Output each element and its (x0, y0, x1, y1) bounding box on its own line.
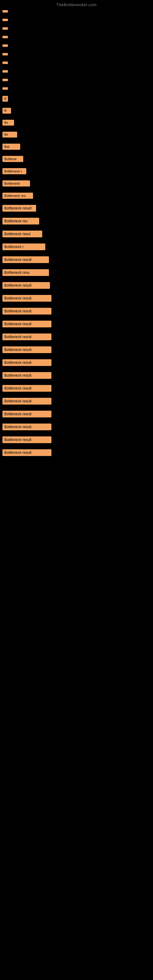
list-item (0, 41, 153, 50)
list-item (0, 59, 153, 67)
list-item: Bottleneck result (0, 292, 153, 305)
list-item: Bottleneck result (0, 369, 153, 382)
list-item (0, 7, 153, 16)
bottleneck-badge (2, 79, 8, 81)
bottleneck-badge: Bottleneck result (2, 256, 49, 263)
bottleneck-badge: Bo (2, 132, 17, 137)
list-item: Bottleneck result (0, 356, 153, 369)
list-item: Bottleneck result (0, 279, 153, 292)
bottleneck-badge: B (2, 108, 11, 114)
bottleneck-badge (2, 36, 8, 38)
list-item: Bottleneck result (0, 305, 153, 318)
list-item (0, 76, 153, 84)
bottleneck-badge (2, 70, 8, 73)
bottleneck-badge: Bottleneck result (2, 398, 51, 404)
list-item: Bottleneck result (0, 420, 153, 433)
list-item (0, 67, 153, 76)
list-item: Bo (0, 117, 153, 129)
list-item: Bottleneck res (0, 189, 153, 202)
bottleneck-badge: Bottleneck resul (2, 231, 42, 237)
list-item (0, 24, 153, 33)
list-item (0, 16, 153, 24)
bottleneck-badge (2, 62, 8, 64)
bottleneck-badge: Bottleneck result (2, 308, 51, 315)
list-item (0, 84, 153, 93)
list-item: Bottleneck resul (0, 228, 153, 240)
list-item: Bottleneck result (0, 382, 153, 395)
list-item: Bo (0, 129, 153, 140)
list-item: Bottleneck res (0, 215, 153, 228)
list-item: B (0, 93, 153, 105)
bottleneck-badge: Bottleneck result (2, 346, 51, 353)
bottleneck-badge: Bottleneck result (2, 423, 51, 430)
bottleneck-badge: Bot (2, 144, 20, 150)
bottleneck-badge (2, 45, 8, 47)
list-item: Bottlene (0, 153, 153, 165)
items-container: BBBoBoBotBottleneBottleneck rBottleneckB… (0, 7, 153, 459)
list-item: Bottleneck result (0, 331, 153, 343)
bottleneck-badge: Bottleneck res (2, 192, 33, 199)
bottleneck-badge: Bottleneck result (2, 334, 51, 340)
list-item: Bottleneck r (0, 240, 153, 253)
bottleneck-badge (2, 19, 8, 21)
list-item: Bottleneck result (0, 446, 153, 459)
list-item: Bottleneck result (0, 343, 153, 356)
bottleneck-badge: Bottleneck res (2, 218, 39, 224)
list-item: Bottleneck result (0, 433, 153, 446)
list-item: B (0, 105, 153, 117)
bottleneck-badge: Bottleneck result (2, 385, 51, 392)
site-title-container: TheBottlenecker.com (0, 0, 153, 7)
list-item: Bottleneck result (0, 202, 153, 215)
bottleneck-badge: Bottleneck result (2, 282, 50, 289)
list-item: Bottleneck result (0, 407, 153, 420)
list-item: Bottleneck resu (0, 266, 153, 279)
list-item (0, 33, 153, 41)
list-item (0, 50, 153, 59)
bottleneck-badge (2, 27, 8, 30)
bottleneck-badge (2, 87, 8, 90)
bottleneck-badge: Bottlene (2, 156, 23, 162)
list-item: Bottleneck r (0, 165, 153, 177)
bottleneck-badge: Bottleneck result (2, 205, 36, 212)
bottleneck-badge (2, 53, 8, 56)
bottleneck-badge: Bottleneck r (2, 243, 45, 250)
bottleneck-badge: B (2, 96, 8, 102)
bottleneck-badge: Bottleneck result (2, 372, 51, 379)
bottleneck-badge: Bottleneck result (2, 436, 51, 443)
bottleneck-badge: Bo (2, 120, 14, 126)
bottleneck-badge: Bottleneck resu (2, 269, 49, 276)
list-item: Bot (0, 140, 153, 153)
list-item: Bottleneck result (0, 253, 153, 266)
bottleneck-badge: Bottleneck result (2, 359, 51, 366)
bottleneck-badge: Bottleneck (2, 180, 30, 186)
bottleneck-badge: Bottleneck result (2, 449, 51, 456)
bottleneck-badge: Bottleneck result (2, 295, 51, 302)
list-item: Bottleneck result (0, 395, 153, 407)
site-title: TheBottlenecker.com (0, 0, 153, 7)
bottleneck-badge: Bottleneck result (2, 321, 51, 328)
list-item: Bottleneck (0, 177, 153, 189)
bottleneck-badge: Bottleneck r (2, 168, 26, 174)
bottleneck-badge (2, 10, 8, 13)
list-item: Bottleneck result (0, 318, 153, 331)
bottleneck-badge: Bottleneck result (2, 411, 51, 417)
